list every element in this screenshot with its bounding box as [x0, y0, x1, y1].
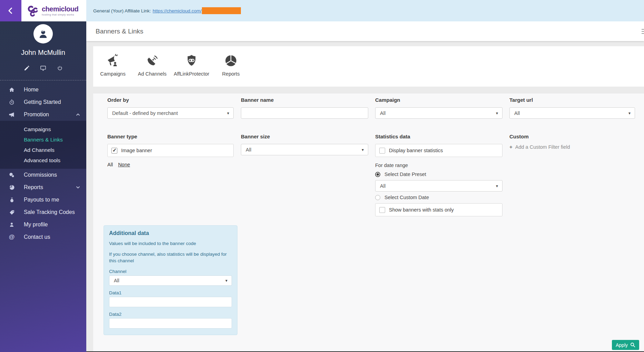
banner-size-label: Banner size: [241, 134, 368, 139]
chevron-left-icon: [7, 7, 15, 15]
banner-size-select[interactable]: All: [241, 144, 368, 155]
display-banner-statistics-checkbox[interactable]: Display banner statistics: [375, 144, 502, 157]
back-button[interactable]: [0, 0, 21, 21]
select-date-preset-radio[interactable]: Select Date Preset: [375, 172, 502, 177]
tab-afflinkprotector[interactable]: AffLinkProtector: [172, 50, 211, 87]
power-icon[interactable]: [57, 65, 63, 71]
filter-custom: Custom + Add a Custom Filter field: [509, 134, 635, 150]
filter-banner-name: Banner name: [241, 97, 368, 119]
redacted-link-block: [202, 7, 241, 14]
for-date-range-label: For date range: [375, 163, 502, 168]
filter-target-url: Target url All: [509, 97, 635, 119]
edit-profile-icon[interactable]: [23, 65, 30, 71]
user-name: John McMullin: [0, 49, 86, 57]
additional-data-panel: Additional data Values will be included …: [104, 225, 237, 335]
image-banner-checkbox[interactable]: Image banner: [107, 144, 234, 157]
page-title: Banners & Links: [96, 28, 143, 35]
chevron-up-icon: [76, 113, 80, 116]
money-bag-icon: [8, 196, 15, 203]
shield-link-icon: [185, 50, 198, 68]
filter-campaign: Campaign All: [375, 97, 502, 119]
submenu-item-advanced-tools[interactable]: Advanced tools: [0, 155, 86, 166]
sidebar-item-sale-tracking-codes[interactable]: Sale Tracking Codes: [0, 206, 86, 218]
radio-selected-icon: [375, 172, 380, 177]
sidebar-item-home[interactable]: Home: [0, 84, 86, 96]
sidebar: John McMullin Home Getting Started: [0, 21, 86, 352]
show-banners-with-stats-only-checkbox[interactable]: Show banners with stats only: [375, 203, 502, 216]
data2-input[interactable]: [109, 318, 232, 329]
person-icon: [8, 221, 15, 228]
checkbox-unchecked-icon: [379, 148, 385, 154]
promotion-submenu: Campaigns Banners & Links Ad Channels Ad…: [0, 121, 86, 169]
sidebar-item-promotion[interactable]: Promotion: [0, 108, 86, 121]
affiliate-link-label: General (Your) Affiliate Link:: [93, 8, 151, 13]
campaign-label: Campaign: [375, 97, 502, 103]
plus-icon: +: [509, 144, 513, 150]
data1-input[interactable]: [109, 297, 232, 307]
submenu-item-ad-channels[interactable]: Ad Channels: [0, 145, 86, 155]
chemicloud-logo[interactable]: chemicloud hosting that simply works: [21, 0, 86, 21]
filter-statistics-data: Statistics data Display banner statistic…: [375, 134, 502, 216]
banner-name-label: Banner name: [241, 97, 368, 103]
custom-label: Custom: [509, 134, 635, 139]
profile-actions: [0, 65, 86, 71]
additional-data-line1: Values will be included to the banner co…: [109, 240, 232, 247]
header-overflow-icon[interactable]: [642, 29, 644, 34]
logo-text-block: chemicloud hosting that simply works: [42, 6, 78, 16]
affiliate-link[interactable]: https://chemicloud.com/: [153, 8, 202, 13]
submenu-item-campaigns[interactable]: Campaigns: [0, 124, 86, 135]
banner-type-label: Banner type: [107, 134, 234, 139]
pie-chart-icon: [8, 184, 15, 191]
sidebar-item-commissions[interactable]: Commissions: [0, 169, 86, 181]
search-icon: [630, 342, 635, 348]
filter-order-by: Order by Default - defined by merchant: [107, 97, 234, 119]
sidebar-item-contact-us[interactable]: @ Contact us: [0, 231, 86, 243]
date-preset-select[interactable]: All: [375, 180, 502, 192]
profile-block: John McMullin: [0, 21, 86, 71]
at-sign-icon: @: [8, 234, 15, 241]
sidebar-item-getting-started[interactable]: Getting Started: [0, 96, 86, 108]
target-url-label: Target url: [509, 97, 635, 103]
campaign-select[interactable]: All: [375, 107, 502, 119]
order-by-label: Order by: [107, 97, 234, 103]
filter-banner-type: Banner type Image banner All None: [107, 134, 234, 167]
statistics-data-label: Statistics data: [375, 134, 502, 139]
radio-unselected-icon: [375, 195, 380, 200]
tab-campaigns[interactable]: Campaigns: [93, 50, 133, 87]
select-none-link[interactable]: None: [118, 162, 130, 167]
additional-data-line2: If you choose channel, also statistics w…: [109, 251, 232, 264]
sidebar-item-my-profile[interactable]: My profile: [0, 218, 86, 231]
select-custom-date-radio[interactable]: Select Custom Date: [375, 195, 502, 200]
banner-name-input[interactable]: [241, 107, 368, 119]
channel-label: Channel: [109, 269, 232, 274]
tab-reports[interactable]: Reports: [211, 50, 251, 87]
data2-label: Data2: [109, 312, 232, 317]
display-icon[interactable]: [40, 65, 46, 71]
filter-panel: Order by Default - defined by merchant B…: [93, 94, 644, 352]
top-bar: chemicloud hosting that simply works Gen…: [0, 0, 644, 21]
select-all-link[interactable]: All: [107, 162, 113, 167]
channel-select[interactable]: All: [109, 275, 232, 286]
sidebar-divider: [0, 80, 86, 80]
sidebar-nav: Home Getting Started Promotion Campaigns…: [0, 84, 86, 243]
apply-button[interactable]: Apply: [612, 340, 639, 350]
additional-data-title: Additional data: [109, 230, 232, 236]
logo-wordmark: chemicloud: [42, 6, 78, 12]
home-icon: [8, 86, 15, 93]
add-custom-filter-link[interactable]: + Add a Custom Filter field: [509, 144, 635, 150]
logo-tagline: hosting that simply works: [42, 13, 78, 16]
data1-label: Data1: [109, 290, 232, 295]
sidebar-item-payouts[interactable]: Payouts to me: [0, 194, 86, 206]
submenu-item-banners-links[interactable]: Banners & Links: [0, 135, 86, 145]
filter-banner-size: Banner size All: [241, 134, 368, 155]
stopwatch-icon: [8, 99, 15, 106]
checkbox-unchecked-icon: [379, 207, 385, 213]
target-url-select[interactable]: All: [509, 107, 635, 119]
user-avatar-icon: [37, 28, 49, 40]
satellite-dish-icon: [145, 50, 159, 68]
order-by-select[interactable]: Default - defined by merchant: [107, 107, 234, 119]
sidebar-item-reports[interactable]: Reports: [0, 181, 86, 194]
banner-type-quick-links: All None: [107, 162, 234, 167]
avatar[interactable]: [33, 24, 53, 43]
tab-ad-channels[interactable]: Ad Channels: [133, 50, 172, 87]
